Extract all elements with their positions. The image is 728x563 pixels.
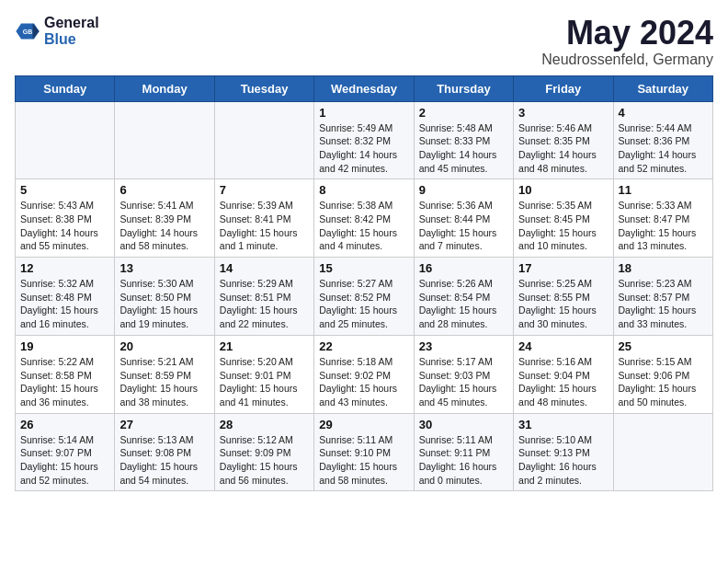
day-number: 5 [20, 183, 109, 197]
calendar-cell: 31Sunrise: 5:10 AM Sunset: 9:13 PM Dayli… [514, 413, 613, 491]
calendar-cell: 30Sunrise: 5:11 AM Sunset: 9:11 PM Dayli… [414, 413, 513, 491]
weekday-friday: Friday [514, 75, 613, 101]
calendar-cell: 22Sunrise: 5:18 AM Sunset: 9:02 PM Dayli… [314, 335, 414, 413]
day-info: Sunrise: 5:43 AM Sunset: 8:38 PM Dayligh… [20, 199, 109, 253]
calendar-cell: 27Sunrise: 5:13 AM Sunset: 9:08 PM Dayli… [115, 413, 214, 491]
calendar-cell [214, 101, 313, 179]
calendar-cell [115, 101, 214, 179]
weekday-saturday: Saturday [613, 75, 712, 101]
day-info: Sunrise: 5:41 AM Sunset: 8:39 PM Dayligh… [119, 199, 209, 253]
day-info: Sunrise: 5:12 AM Sunset: 9:09 PM Dayligh… [220, 433, 309, 488]
calendar-table: SundayMondayTuesdayWednesdayThursdayFrid… [15, 75, 713, 492]
calendar-cell: 2Sunrise: 5:48 AM Sunset: 8:33 PM Daylig… [414, 101, 513, 179]
calendar-cell: 15Sunrise: 5:27 AM Sunset: 8:52 PM Dayli… [314, 258, 414, 336]
calendar-cell: 16Sunrise: 5:26 AM Sunset: 8:54 PM Dayli… [414, 258, 513, 336]
day-info: Sunrise: 5:48 AM Sunset: 8:33 PM Dayligh… [419, 121, 508, 176]
day-number: 9 [419, 183, 508, 197]
day-number: 2 [419, 106, 508, 120]
day-number: 19 [20, 339, 109, 353]
day-info: Sunrise: 5:25 AM Sunset: 8:55 PM Dayligh… [518, 277, 608, 331]
calendar-cell: 20Sunrise: 5:21 AM Sunset: 8:59 PM Dayli… [115, 335, 214, 413]
calendar-cell: 26Sunrise: 5:14 AM Sunset: 9:07 PM Dayli… [16, 413, 115, 491]
calendar-cell: 23Sunrise: 5:17 AM Sunset: 9:03 PM Dayli… [414, 335, 513, 413]
day-info: Sunrise: 5:10 AM Sunset: 9:13 PM Dayligh… [518, 433, 608, 488]
logo-icon: GB [15, 18, 40, 44]
day-number: 23 [419, 339, 508, 353]
calendar-cell: 29Sunrise: 5:11 AM Sunset: 9:10 PM Dayli… [314, 413, 414, 491]
calendar-cell: 7Sunrise: 5:39 AM Sunset: 8:41 PM Daylig… [214, 179, 313, 258]
calendar-cell: 18Sunrise: 5:23 AM Sunset: 8:57 PM Dayli… [613, 258, 712, 336]
calendar-cell: 3Sunrise: 5:46 AM Sunset: 8:35 PM Daylig… [514, 101, 613, 179]
day-number: 31 [518, 418, 608, 431]
calendar-cell: 17Sunrise: 5:25 AM Sunset: 8:55 PM Dayli… [514, 258, 613, 336]
day-info: Sunrise: 5:11 AM Sunset: 9:11 PM Dayligh… [419, 433, 508, 488]
logo: GB General Blue [15, 15, 99, 48]
calendar-cell: 6Sunrise: 5:41 AM Sunset: 8:39 PM Daylig… [115, 179, 214, 258]
day-info: Sunrise: 5:17 AM Sunset: 9:03 PM Dayligh… [419, 355, 508, 409]
day-info: Sunrise: 5:39 AM Sunset: 8:41 PM Dayligh… [220, 199, 309, 253]
day-number: 27 [119, 418, 209, 431]
day-number: 25 [619, 339, 708, 353]
day-number: 26 [20, 418, 109, 431]
day-number: 6 [119, 183, 209, 197]
day-number: 29 [319, 418, 408, 431]
day-number: 24 [518, 339, 608, 353]
day-info: Sunrise: 5:38 AM Sunset: 8:42 PM Dayligh… [319, 199, 408, 253]
calendar-week-3: 12Sunrise: 5:32 AM Sunset: 8:48 PM Dayli… [16, 258, 713, 336]
day-info: Sunrise: 5:11 AM Sunset: 9:10 PM Dayligh… [319, 433, 408, 488]
calendar-cell: 5Sunrise: 5:43 AM Sunset: 8:38 PM Daylig… [16, 179, 115, 258]
calendar-week-5: 26Sunrise: 5:14 AM Sunset: 9:07 PM Dayli… [16, 413, 713, 491]
day-info: Sunrise: 5:46 AM Sunset: 8:35 PM Dayligh… [518, 121, 608, 176]
day-number: 22 [319, 339, 408, 353]
weekday-tuesday: Tuesday [214, 75, 313, 101]
calendar-week-2: 5Sunrise: 5:43 AM Sunset: 8:38 PM Daylig… [16, 179, 713, 258]
day-number: 16 [419, 261, 508, 275]
day-number: 12 [20, 261, 109, 275]
calendar-cell: 19Sunrise: 5:22 AM Sunset: 8:58 PM Dayli… [16, 335, 115, 413]
calendar-cell [16, 101, 115, 179]
day-info: Sunrise: 5:33 AM Sunset: 8:47 PM Dayligh… [619, 199, 708, 253]
day-number: 20 [119, 339, 209, 353]
weekday-wednesday: Wednesday [314, 75, 414, 101]
calendar-cell: 28Sunrise: 5:12 AM Sunset: 9:09 PM Dayli… [214, 413, 313, 491]
day-info: Sunrise: 5:21 AM Sunset: 8:59 PM Dayligh… [119, 355, 209, 409]
weekday-header-row: SundayMondayTuesdayWednesdayThursdayFrid… [16, 75, 713, 101]
day-info: Sunrise: 5:36 AM Sunset: 8:44 PM Dayligh… [419, 199, 508, 253]
calendar-cell: 11Sunrise: 5:33 AM Sunset: 8:47 PM Dayli… [613, 179, 712, 258]
day-number: 17 [518, 261, 608, 275]
day-number: 4 [619, 106, 708, 120]
day-info: Sunrise: 5:20 AM Sunset: 9:01 PM Dayligh… [220, 355, 309, 409]
day-info: Sunrise: 5:22 AM Sunset: 8:58 PM Dayligh… [20, 355, 109, 409]
location: Neudrossenfeld, Germany [541, 52, 713, 68]
day-info: Sunrise: 5:29 AM Sunset: 8:51 PM Dayligh… [220, 277, 309, 331]
month-title: May 2024 [541, 15, 713, 52]
day-number: 18 [619, 261, 708, 275]
calendar-cell: 14Sunrise: 5:29 AM Sunset: 8:51 PM Dayli… [214, 258, 313, 336]
calendar-cell: 12Sunrise: 5:32 AM Sunset: 8:48 PM Dayli… [16, 258, 115, 336]
day-info: Sunrise: 5:35 AM Sunset: 8:45 PM Dayligh… [518, 199, 608, 253]
day-info: Sunrise: 5:30 AM Sunset: 8:50 PM Dayligh… [119, 277, 209, 331]
day-info: Sunrise: 5:16 AM Sunset: 9:04 PM Dayligh… [518, 355, 608, 409]
day-number: 21 [220, 339, 309, 353]
calendar-cell: 8Sunrise: 5:38 AM Sunset: 8:42 PM Daylig… [314, 179, 414, 258]
day-number: 14 [220, 261, 309, 275]
day-number: 30 [419, 418, 508, 431]
day-number: 3 [518, 106, 608, 120]
day-info: Sunrise: 5:27 AM Sunset: 8:52 PM Dayligh… [319, 277, 408, 331]
day-number: 8 [319, 183, 408, 197]
calendar-week-1: 1Sunrise: 5:49 AM Sunset: 8:32 PM Daylig… [16, 101, 713, 179]
day-number: 1 [319, 106, 408, 120]
calendar-cell: 10Sunrise: 5:35 AM Sunset: 8:45 PM Dayli… [514, 179, 613, 258]
day-number: 13 [119, 261, 209, 275]
weekday-sunday: Sunday [16, 75, 115, 101]
svg-text:GB: GB [23, 29, 33, 35]
title-block: May 2024 Neudrossenfeld, Germany [541, 15, 713, 68]
calendar-cell: 24Sunrise: 5:16 AM Sunset: 9:04 PM Dayli… [514, 335, 613, 413]
day-info: Sunrise: 5:44 AM Sunset: 8:36 PM Dayligh… [619, 121, 708, 176]
day-info: Sunrise: 5:32 AM Sunset: 8:48 PM Dayligh… [20, 277, 109, 331]
calendar-cell: 21Sunrise: 5:20 AM Sunset: 9:01 PM Dayli… [214, 335, 313, 413]
svg-marker-1 [33, 24, 40, 40]
day-info: Sunrise: 5:49 AM Sunset: 8:32 PM Dayligh… [319, 121, 408, 176]
calendar-week-4: 19Sunrise: 5:22 AM Sunset: 8:58 PM Dayli… [16, 335, 713, 413]
day-number: 15 [319, 261, 408, 275]
